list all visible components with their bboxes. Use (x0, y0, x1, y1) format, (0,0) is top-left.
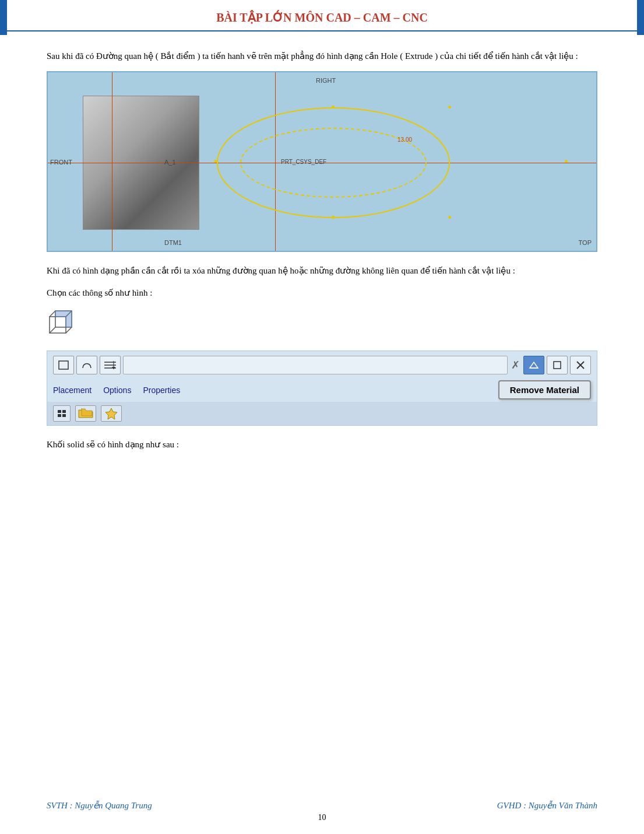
dot-marker-6 (565, 160, 568, 163)
label-dtm1: DTM1 (164, 239, 182, 246)
toolbar-btn-rect[interactable] (53, 356, 74, 374)
label-prt: PRT_CSYS_DEF (281, 159, 326, 165)
svg-rect-19 (62, 410, 66, 413)
tab-placement[interactable]: Placement (53, 386, 92, 395)
label-dim: 13.00 (397, 136, 412, 143)
page-footer: SVTH : Nguyễn Quang Trung GVHD : Nguyễn … (0, 800, 644, 811)
toolbar-btn-grid[interactable] (53, 405, 71, 422)
toolbar-btn-curve[interactable] (76, 356, 97, 374)
toolbar-btn-highlight[interactable] (523, 356, 544, 374)
label-front: FRONT (50, 159, 72, 166)
svg-marker-22 (105, 408, 117, 419)
main-content: Sau khi đã có Đường quan hệ ( Bắt điểm )… (0, 31, 644, 451)
footer-right: GVHD : Nguyễn Văn Thành (497, 800, 597, 811)
svg-rect-18 (58, 410, 61, 413)
paragraph-4: Khối solid sẽ có hình dạng như sau : (47, 437, 597, 451)
footer-left: SVTH : Nguyễn Quang Trung (47, 800, 152, 811)
toolbar-row-2: Placement Options Properties Remove Mate… (53, 378, 591, 402)
toolbar-btn-star[interactable] (101, 405, 122, 422)
top-bar-left (0, 0, 7, 35)
svg-line-5 (66, 327, 72, 333)
svg-rect-15 (554, 362, 561, 369)
paragraph-2: Khi đã có hình dạng phần cần cắt rồi ta … (47, 264, 597, 278)
label-top: TOP (579, 239, 592, 246)
label-right: RIGHT (316, 77, 336, 84)
svg-line-2 (50, 311, 55, 317)
toolbar-btn-rect2[interactable] (547, 356, 568, 374)
toolbar-btn-slash[interactable] (570, 356, 591, 374)
dot-marker-3 (332, 216, 335, 219)
svg-marker-13 (530, 362, 538, 368)
remove-material-button[interactable]: Remove Material (498, 380, 591, 400)
page-title: BÀI TẬP LỚN MÔN CAD – CAM – CNC (216, 11, 428, 24)
svg-marker-6 (55, 311, 72, 327)
paragraph-3: Chọn các thông số như hình : (47, 286, 597, 300)
toolbar-row-1: ✗ (53, 356, 591, 374)
tab-options[interactable]: Options (103, 386, 131, 395)
sketch-cube-icon (47, 308, 79, 340)
page-number: 10 (318, 813, 326, 822)
toolbar-btn-lines[interactable] (100, 356, 121, 374)
cad-drawing: RIGHT FRONT A_1 PRT_CSYS_DEF DTM1 TOP 13… (47, 71, 597, 252)
paragraph-1: Sau khi đã có Đường quan hệ ( Bắt điểm )… (47, 49, 597, 63)
toolbar-container: ✗ (47, 351, 597, 426)
tab-properties[interactable]: Properties (143, 386, 180, 395)
label-a1: A_1 (164, 159, 176, 166)
svg-rect-21 (62, 414, 66, 417)
dot-marker-4 (448, 216, 451, 219)
svg-rect-20 (58, 414, 61, 417)
dot-marker-1 (332, 106, 335, 108)
toolbar-slash-1: ✗ (511, 359, 520, 372)
dot-marker-5 (214, 160, 217, 163)
toolbar-btn-folder[interactable] (75, 405, 96, 422)
v-line-1 (112, 72, 112, 251)
sketch-icon-area (47, 308, 597, 342)
svg-line-4 (50, 327, 55, 333)
page-header: BÀI TẬP LỚN MÔN CAD – CAM – CNC (0, 0, 644, 31)
dot-marker-2 (448, 106, 451, 108)
svg-rect-7 (59, 361, 68, 369)
toolbar-spacer (123, 356, 508, 374)
top-bar-right (637, 0, 644, 35)
toolbar-row-3 (47, 402, 597, 425)
